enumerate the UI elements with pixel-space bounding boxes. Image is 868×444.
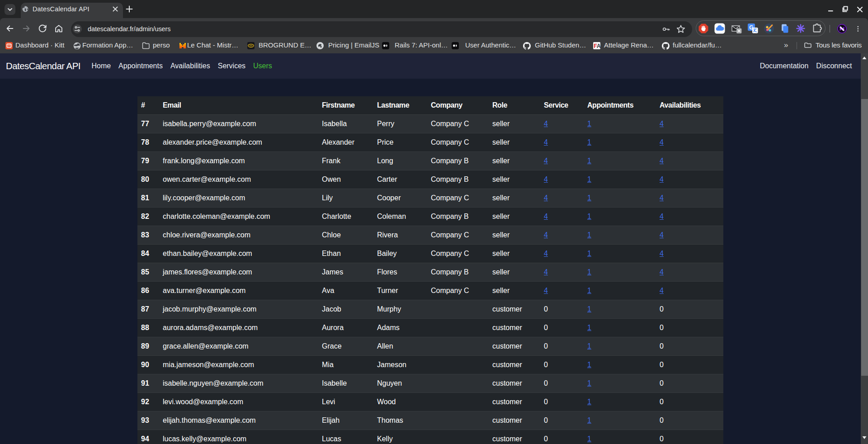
svg-text:A: A (597, 43, 600, 49)
